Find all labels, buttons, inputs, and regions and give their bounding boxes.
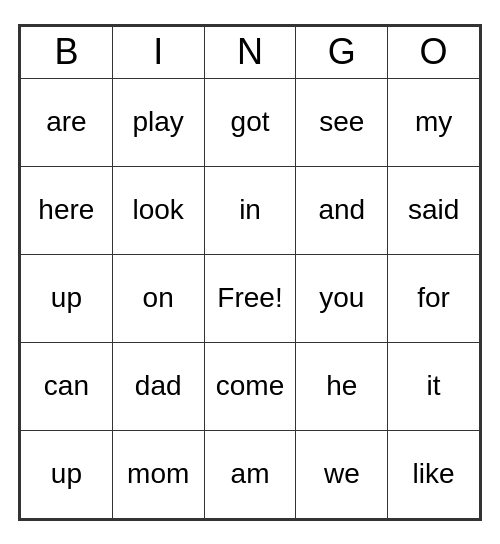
bingo-cell-3-2: come: [204, 342, 296, 430]
header-n: N: [204, 26, 296, 78]
bingo-card: B I N G O areplaygotseemyherelookinandsa…: [18, 24, 482, 521]
bingo-cell-2-0: up: [21, 254, 113, 342]
bingo-cell-0-1: play: [112, 78, 204, 166]
bingo-cell-1-2: in: [204, 166, 296, 254]
bingo-cell-2-1: on: [112, 254, 204, 342]
bingo-row-2: uponFree!youfor: [21, 254, 480, 342]
bingo-row-0: areplaygotseemy: [21, 78, 480, 166]
bingo-cell-1-3: and: [296, 166, 388, 254]
bingo-cell-1-1: look: [112, 166, 204, 254]
bingo-cell-0-0: are: [21, 78, 113, 166]
bingo-cell-2-2: Free!: [204, 254, 296, 342]
bingo-cell-0-3: see: [296, 78, 388, 166]
header-b: B: [21, 26, 113, 78]
bingo-cell-0-4: my: [388, 78, 480, 166]
bingo-cell-2-3: you: [296, 254, 388, 342]
bingo-cell-1-0: here: [21, 166, 113, 254]
bingo-cell-2-4: for: [388, 254, 480, 342]
bingo-cell-4-2: am: [204, 430, 296, 518]
header-i: I: [112, 26, 204, 78]
bingo-row-4: upmomamwelike: [21, 430, 480, 518]
bingo-header-row: B I N G O: [21, 26, 480, 78]
bingo-row-3: candadcomeheit: [21, 342, 480, 430]
bingo-cell-3-1: dad: [112, 342, 204, 430]
bingo-cell-3-3: he: [296, 342, 388, 430]
bingo-cell-4-1: mom: [112, 430, 204, 518]
header-g: G: [296, 26, 388, 78]
bingo-table: B I N G O areplaygotseemyherelookinandsa…: [20, 26, 480, 519]
bingo-cell-1-4: said: [388, 166, 480, 254]
bingo-cell-3-4: it: [388, 342, 480, 430]
bingo-cell-4-4: like: [388, 430, 480, 518]
header-o: O: [388, 26, 480, 78]
bingo-cell-4-0: up: [21, 430, 113, 518]
bingo-cell-3-0: can: [21, 342, 113, 430]
bingo-cell-0-2: got: [204, 78, 296, 166]
bingo-row-1: herelookinandsaid: [21, 166, 480, 254]
bingo-cell-4-3: we: [296, 430, 388, 518]
